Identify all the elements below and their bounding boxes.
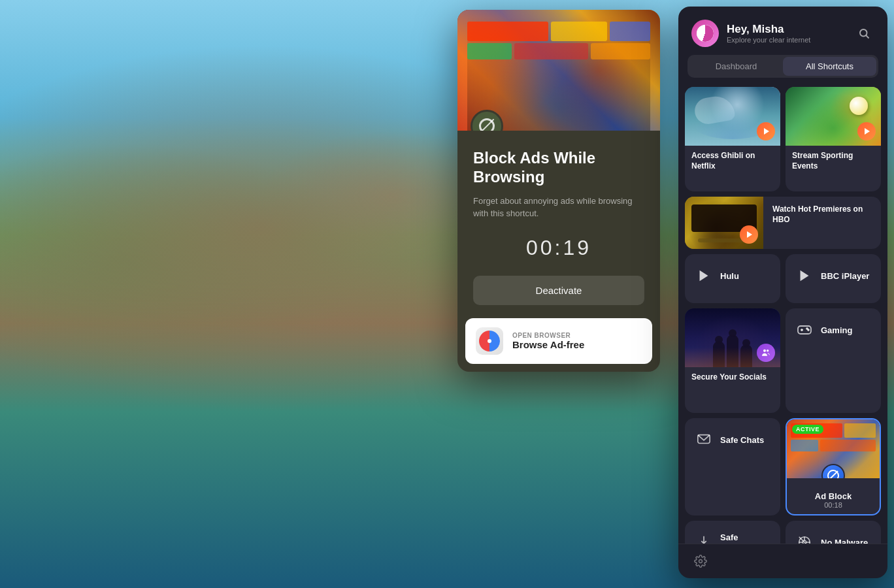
shortcut-no-malware[interactable]: No Malware xyxy=(786,521,881,544)
shortcut-bbc[interactable]: BBC iPlayer xyxy=(786,254,881,303)
hbo-play-button[interactable] xyxy=(740,225,758,244)
shortcut-hulu[interactable]: Hulu xyxy=(685,254,780,303)
ghibli-label: Access Ghibli on Netflix xyxy=(685,146,780,176)
svg-line-1 xyxy=(866,35,869,38)
popup-title: Block Ads While Browsing xyxy=(473,149,644,187)
compass-icon xyxy=(479,331,500,351)
sports-image xyxy=(786,87,881,146)
no-malware-row: No Malware xyxy=(786,521,881,544)
secure-icon xyxy=(757,344,775,362)
app-logo xyxy=(691,20,719,47)
header-greeting: Hey, Misha xyxy=(727,23,846,36)
shortcut-sports[interactable]: Stream Sporting Events xyxy=(786,87,881,191)
gaming-row: Gaming xyxy=(786,308,881,351)
bbc-icon xyxy=(795,266,814,286)
bbc-row: BBC iPlayer xyxy=(786,254,881,297)
popup-body: Block Ads While Browsing Forget about an… xyxy=(457,131,660,318)
tab-dashboard[interactable]: Dashboard xyxy=(689,57,783,76)
open-browser-label: OPEN BROWSER xyxy=(512,332,584,339)
gaming-icon xyxy=(795,320,814,340)
gaming-label: Gaming xyxy=(821,325,852,335)
shortcuts-scroll: Access Ghibli on Netflix Stream Sporting… xyxy=(678,87,887,544)
hulu-icon xyxy=(694,266,714,286)
safe-download-icon xyxy=(694,532,714,544)
open-browser-section[interactable]: OPEN BROWSER Browse Ad-free xyxy=(465,318,652,364)
hbo-label: Watch Hot Premieres on HBO xyxy=(772,204,872,225)
ghibli-play-button[interactable] xyxy=(757,122,775,140)
adblock-title: Ad Block xyxy=(793,491,873,501)
sports-play-button[interactable] xyxy=(857,122,876,140)
svg-point-10 xyxy=(808,329,809,331)
shortcut-hbo[interactable]: Watch Hot Premieres on HBO xyxy=(685,197,881,249)
safe-chats-row: Safe Chats xyxy=(685,418,780,461)
popup-hero-image xyxy=(457,10,660,131)
svg-point-4 xyxy=(763,350,766,352)
svg-point-0 xyxy=(860,29,867,37)
shortcut-gaming[interactable]: Gaming xyxy=(786,308,881,413)
no-malware-label: No Malware xyxy=(821,538,868,544)
safe-chats-icon xyxy=(694,430,714,449)
hbo-text: Watch Hot Premieres on HBO xyxy=(763,197,881,249)
sports-label: Stream Sporting Events xyxy=(786,146,881,176)
panel-footer xyxy=(678,544,887,578)
settings-button[interactable] xyxy=(691,552,710,570)
tab-all-shortcuts[interactable]: All Shortcuts xyxy=(783,57,876,76)
open-browser-text: OPEN BROWSER Browse Ad-free xyxy=(512,332,584,350)
right-panel: Hey, Misha Explore your clear internet D… xyxy=(678,7,887,578)
safe-chats-label: Safe Chats xyxy=(720,435,764,445)
search-button[interactable] xyxy=(853,23,874,44)
main-popup: Block Ads While Browsing Forget about an… xyxy=(457,10,660,372)
panel-tabs: Dashboard All Shortcuts xyxy=(687,55,878,78)
no-malware-icon xyxy=(795,532,814,544)
svg-marker-2 xyxy=(700,270,708,282)
shortcut-safe-chats[interactable]: Safe Chats xyxy=(685,418,780,515)
adblock-timer: 00:18 xyxy=(793,501,873,509)
open-browser-title: Browse Ad-free xyxy=(512,339,584,350)
panel-header: Hey, Misha Explore your clear internet xyxy=(678,7,887,55)
timer: 00:19 xyxy=(473,236,644,260)
popup-description: Forget about annoying ads while browsing… xyxy=(473,195,644,220)
shortcuts-grid: Access Ghibli on Netflix Stream Sporting… xyxy=(685,87,881,544)
shortcut-ghibli[interactable]: Access Ghibli on Netflix xyxy=(685,87,780,191)
adblock-image: ACTIVE xyxy=(787,419,880,478)
hulu-label: Hulu xyxy=(720,271,739,281)
safe-download-label: Safe Download xyxy=(720,532,771,544)
svg-point-20 xyxy=(699,560,703,563)
bbc-label: BBC iPlayer xyxy=(821,271,869,281)
svg-point-5 xyxy=(767,350,769,351)
active-badge: ACTIVE xyxy=(792,425,823,434)
header-subtitle: Explore your clear internet xyxy=(727,36,846,44)
deactivate-button[interactable]: Deactivate xyxy=(473,276,644,305)
shortcut-safe-download[interactable]: Safe Download xyxy=(685,521,780,544)
shortcut-adblock[interactable]: ACTIVE Ad Block 00:18 xyxy=(786,418,881,515)
secure-image xyxy=(685,308,780,367)
svg-marker-3 xyxy=(801,270,809,282)
shortcut-secure[interactable]: Secure Your Socials xyxy=(685,308,780,413)
header-text: Hey, Misha Explore your clear internet xyxy=(727,23,846,44)
ghibli-image xyxy=(685,87,780,146)
hbo-image xyxy=(685,197,763,249)
safari-icon xyxy=(476,327,503,355)
adblock-body: Ad Block 00:18 xyxy=(787,478,880,514)
safe-download-row: Safe Download xyxy=(685,521,780,544)
secure-label: Secure Your Socials xyxy=(685,367,780,388)
hulu-row: Hulu xyxy=(685,254,780,297)
